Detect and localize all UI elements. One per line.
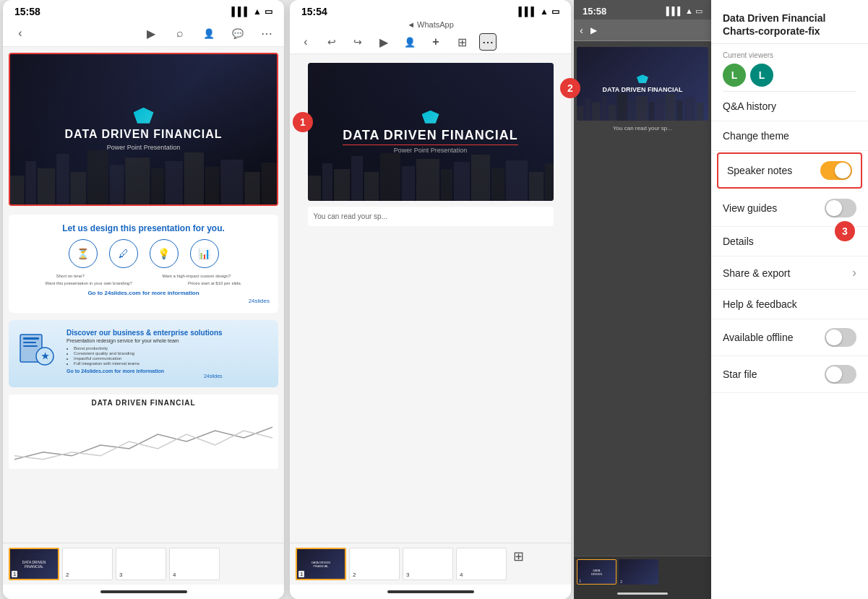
promo1-link[interactable]: Go to 24slides.com for more information bbox=[17, 290, 270, 296]
viewers-label: Current viewers bbox=[723, 51, 856, 59]
play-button-3[interactable]: ▶ bbox=[590, 25, 597, 35]
thumb-2-2-num: 2 bbox=[351, 572, 357, 578]
svg-rect-1 bbox=[25, 161, 36, 204]
toolbar-2: ‹ ↩ ↪ ▶ 👤 + ⊞ ⋯ bbox=[290, 30, 571, 54]
promo-icon-1: ⏳ bbox=[69, 239, 98, 268]
promo-icon-4: 📊 bbox=[190, 239, 219, 268]
thumb-2-2[interactable]: 2 bbox=[349, 548, 400, 580]
undo-button[interactable]: ↩ bbox=[323, 33, 340, 51]
svg-rect-49 bbox=[697, 103, 704, 121]
qa-history-label: Q&A history bbox=[723, 100, 776, 112]
promo1-brand: 24slides bbox=[17, 298, 270, 304]
thumb-3-num: 3 bbox=[118, 572, 124, 578]
thumb-4-num: 4 bbox=[171, 572, 177, 578]
promo2-brand: 24slides bbox=[66, 374, 223, 379]
menu-item-qa-history[interactable]: Q&A history bbox=[711, 92, 868, 121]
speaker-notes-label: Speaker notes bbox=[727, 165, 792, 176]
svg-rect-35 bbox=[545, 163, 554, 201]
promo1-sub: Want this presentation in your own brand… bbox=[17, 281, 270, 285]
promo2-list: Boost productivity Consistent quality an… bbox=[66, 346, 223, 366]
star-file-label: Star file bbox=[723, 369, 757, 380]
svg-rect-41 bbox=[617, 93, 627, 121]
status-bar-2: 15:54 ▌▌▌ ▲ ▭ bbox=[290, 0, 571, 20]
speaker-notes-toggle[interactable] bbox=[820, 161, 852, 180]
menu-item-available-offline[interactable]: Available offline bbox=[711, 319, 868, 356]
thumb-2-3-num: 3 bbox=[405, 572, 411, 578]
menu-item-share-export[interactable]: Share & export bbox=[711, 257, 868, 290]
wifi-icon-2: ▲ bbox=[540, 7, 549, 17]
svg-rect-14 bbox=[262, 163, 277, 204]
slide-area-2: DATA DRIVEN FINANCIAL Power Point Presen… bbox=[290, 54, 571, 543]
thumb-2[interactable]: 2 bbox=[62, 548, 113, 580]
more-icon-2[interactable]: ⋯ bbox=[479, 33, 497, 51]
star-file-toggle[interactable] bbox=[825, 365, 856, 384]
add-person-icon-2[interactable]: 👤 bbox=[401, 33, 418, 51]
back-button-3[interactable]: ‹ bbox=[580, 24, 583, 36]
avatars-row: L L bbox=[723, 64, 856, 87]
svg-rect-25 bbox=[364, 172, 379, 201]
play-icon[interactable]: ▶ bbox=[142, 25, 160, 42]
promo2-link[interactable]: Go to 24slides.com for more information bbox=[66, 369, 223, 374]
redo-button[interactable]: ↪ bbox=[349, 33, 366, 51]
menu-item-view-guides[interactable]: View guides bbox=[711, 190, 868, 227]
view-guides-toggle-wrap[interactable] bbox=[825, 199, 856, 217]
promo2-illustration: ★ bbox=[17, 329, 61, 379]
search-icon[interactable]: ⌕ bbox=[171, 25, 189, 42]
slide-title-area: DATA DRIVEN FINANCIAL Power Point Presen… bbox=[64, 128, 222, 151]
available-offline-toggle-wrap[interactable] bbox=[825, 328, 856, 347]
svg-rect-39 bbox=[601, 95, 607, 121]
notes-area-2: You can read your sp... bbox=[308, 207, 554, 226]
menu-item-speaker-notes[interactable]: Speaker notes bbox=[717, 152, 862, 189]
promo1-desc: Short on time? Want a high-impact custom… bbox=[17, 274, 270, 278]
star-file-toggle-wrap[interactable] bbox=[825, 365, 856, 384]
speaker-notes-toggle-wrap[interactable] bbox=[820, 161, 852, 180]
thumb-4[interactable]: 4 bbox=[169, 548, 220, 580]
panel-3: 15:58 ▌▌▌ ▲ ▭ ‹ ▶ bbox=[574, 0, 868, 599]
main-slide-3: DATA DRIVEN FINANCIAL bbox=[577, 47, 708, 121]
promo2-heading: Discover our business & enterprise solut… bbox=[66, 329, 223, 337]
battery-icon-2: ▭ bbox=[551, 7, 559, 17]
svg-rect-22 bbox=[322, 163, 332, 201]
thumb-2-num: 2 bbox=[64, 572, 70, 578]
svg-text:★: ★ bbox=[41, 351, 49, 361]
back-button-2[interactable]: ‹ bbox=[297, 33, 314, 51]
svg-rect-18 bbox=[23, 345, 38, 347]
viewers-section: Current viewers L L bbox=[711, 44, 868, 91]
available-offline-toggle[interactable] bbox=[825, 328, 856, 347]
home-indicator-1 bbox=[3, 585, 284, 599]
menu-item-details[interactable]: Details bbox=[711, 227, 868, 257]
promo-icon-3: 💡 bbox=[150, 239, 179, 268]
menu-item-star-file[interactable]: Star file bbox=[711, 356, 868, 393]
thumb-2-4[interactable]: 4 bbox=[456, 548, 507, 580]
phone3-thumb-2[interactable]: 2 bbox=[619, 559, 658, 585]
promo2-subheading: Presentation redesign service for your w… bbox=[66, 338, 223, 343]
slide-subtitle: Power Point Presentation bbox=[64, 144, 222, 151]
more-slides-icon[interactable]: ⊞ bbox=[510, 548, 527, 565]
battery-3: ▭ bbox=[695, 7, 702, 16]
comment-icon[interactable]: 💬 bbox=[229, 25, 246, 42]
play-button-2[interactable]: ▶ bbox=[375, 33, 392, 51]
plus-icon[interactable]: + bbox=[427, 33, 444, 51]
avatar-2: L bbox=[750, 64, 773, 87]
phone3-thumb-1[interactable]: DATADRIVEN 1 bbox=[577, 559, 616, 585]
menu-item-change-theme[interactable]: Change theme bbox=[711, 121, 868, 151]
view-guides-toggle[interactable] bbox=[825, 199, 856, 217]
back-button[interactable]: ‹ bbox=[12, 25, 29, 42]
slide-title: DATA DRIVEN FINANCIAL bbox=[64, 128, 222, 141]
add-person-icon[interactable]: 👤 bbox=[200, 25, 218, 42]
whatsapp-source: ◄ WhatsApp bbox=[290, 20, 571, 30]
thumb-3[interactable]: 3 bbox=[116, 548, 166, 580]
svg-rect-37 bbox=[585, 99, 590, 121]
main-slide-2: DATA DRIVEN FINANCIAL Power Point Presen… bbox=[308, 63, 554, 201]
menu-item-help-feedback[interactable]: Help & feedback bbox=[711, 290, 868, 319]
home-bar-1 bbox=[100, 590, 187, 593]
thumb-2-3[interactable]: 3 bbox=[403, 548, 453, 580]
grid-icon[interactable]: ⊞ bbox=[453, 33, 470, 51]
more-icon[interactable]: ⋯ bbox=[258, 25, 275, 42]
svg-rect-31 bbox=[471, 155, 490, 201]
thumb-2-1[interactable]: DATA DRIVENFINANCIAL 1 bbox=[296, 548, 346, 580]
promo1-heading: Let us design this presentation for you. bbox=[17, 223, 270, 233]
svg-rect-21 bbox=[308, 176, 321, 201]
thumb-1[interactable]: DATA DRIVENFINANCIAL 1 bbox=[9, 548, 59, 580]
signal-3: ▌▌▌ bbox=[666, 7, 683, 16]
